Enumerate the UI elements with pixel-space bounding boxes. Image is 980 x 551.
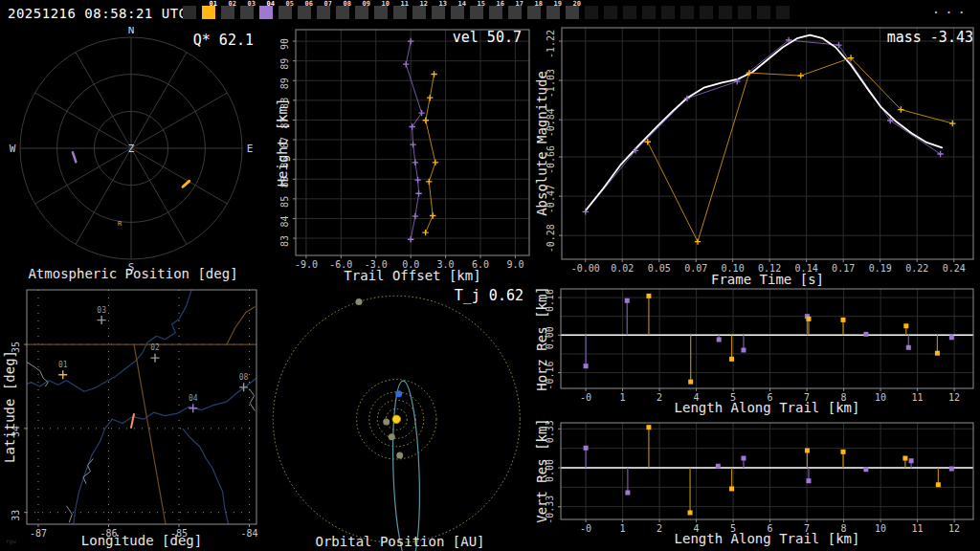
frame-square-label: 15 xyxy=(478,0,485,8)
horz-res-ylabel: Horz Res [km] xyxy=(534,286,549,391)
frame-square-label: 07 xyxy=(324,0,332,8)
frame-square-blank[interactable] xyxy=(700,6,713,19)
frame-square-03[interactable]: 03 xyxy=(240,6,254,19)
frame-square-label: 05 xyxy=(286,0,294,8)
frame-square-09[interactable]: 09 xyxy=(355,6,368,19)
frame-square-01[interactable]: 01 xyxy=(202,6,215,19)
svg-text:90: 90 xyxy=(279,38,290,50)
frame-square-blank[interactable] xyxy=(604,6,617,19)
frame-square-blank[interactable] xyxy=(757,6,770,19)
frame-square-19[interactable]: 19 xyxy=(546,6,560,19)
planet-dot xyxy=(383,419,390,426)
trail-offset-xlabel: Trail Offset [km] xyxy=(296,268,529,283)
magnitude-panel: -0.000.020.050.070.100.120.140.170.190.2… xyxy=(532,27,980,285)
frame-square-label: 14 xyxy=(458,0,466,8)
frame-square-blank[interactable] xyxy=(776,6,790,19)
svg-text:33: 33 xyxy=(11,510,21,521)
frame-square-blank[interactable] xyxy=(661,6,675,19)
frame-square-18[interactable]: 18 xyxy=(527,6,541,19)
tisserand-label: T_j 0.62 xyxy=(455,287,523,304)
frame-square-10[interactable]: 10 xyxy=(374,6,388,19)
frame-square-17[interactable]: 17 xyxy=(508,6,522,19)
earth-dot xyxy=(395,390,402,397)
top-bar: 20251216 08:58:21 UTC 010203040506070809… xyxy=(0,0,980,27)
atmospheric-title: Atmospheric Position [deg] xyxy=(0,266,266,281)
latitude-ylabel: Latitude [deg] xyxy=(2,350,17,463)
svg-text:-1.22: -1.22 xyxy=(546,30,556,58)
frame-square-label: 18 xyxy=(535,0,543,8)
longitude-xlabel: Longitude [deg] xyxy=(27,533,256,548)
frame-square-label: 02 xyxy=(229,0,236,8)
frame-square-04[interactable]: 04 xyxy=(259,6,273,19)
frame-square-06[interactable]: 06 xyxy=(298,6,311,19)
frame-square-13[interactable]: 13 xyxy=(432,6,445,19)
svg-text:Z: Z xyxy=(128,143,135,155)
frame-square-blank[interactable] xyxy=(183,6,196,19)
frame-square-blank[interactable] xyxy=(642,6,656,19)
frame-square-blank[interactable] xyxy=(719,6,732,19)
velocity-label: vel 50.7 xyxy=(453,29,522,46)
trail-length-xlabel-2: Length Along Trail [km] xyxy=(561,531,973,546)
frame-square-blank[interactable] xyxy=(623,6,636,19)
svg-text:E: E xyxy=(247,143,254,155)
overflow-menu[interactable]: ... xyxy=(932,1,970,16)
orbital-position-panel: T_j 0.62 Orbital Position [AU] xyxy=(266,283,534,551)
frame-square-label: 11 xyxy=(401,0,409,8)
frame-square-blank[interactable] xyxy=(680,6,694,19)
sun-dot xyxy=(392,415,400,423)
frame-square-14[interactable]: 14 xyxy=(451,6,464,19)
magnitude-plot: -0.000.020.050.070.100.120.140.170.190.2… xyxy=(532,27,980,285)
vert-res-ylabel: Vert Res [km] xyxy=(534,418,549,523)
frame-square-label: 19 xyxy=(554,0,562,8)
residuals-panel: -012456781011120.160.00-0.16-01245678101… xyxy=(532,283,980,551)
frame-square-label: 06 xyxy=(305,0,313,8)
svg-text:R: R xyxy=(118,220,122,228)
trail-length-xlabel-1: Length Along Trail [km] xyxy=(561,400,973,415)
frame-square-label: 17 xyxy=(516,0,523,8)
frame-square-label: 01 xyxy=(210,0,217,8)
frame-square-label: 09 xyxy=(363,0,370,8)
ground-map-plot: 0102030408-87-86-85-84353433 xyxy=(0,283,266,551)
frame-square-blank[interactable] xyxy=(738,6,751,19)
orbital-position-plot xyxy=(266,283,534,551)
frame-square-blank[interactable] xyxy=(585,6,598,19)
frame-square-20[interactable]: 20 xyxy=(566,6,579,19)
svg-text:N: N xyxy=(128,27,135,36)
frame-indicator-strip: 0102030405060708091011121314151617181920 xyxy=(0,0,980,27)
frame-square-12[interactable]: 12 xyxy=(412,6,426,19)
svg-text:W: W xyxy=(10,143,16,155)
frame-square-label: 13 xyxy=(439,0,447,8)
frame-square-11[interactable]: 11 xyxy=(393,6,407,19)
svg-text:08: 08 xyxy=(239,373,249,382)
svg-text:83: 83 xyxy=(279,235,290,247)
orbital-title: Orbital Position [AU] xyxy=(266,534,534,549)
atmospheric-position-plot: NESWZR xyxy=(0,27,266,285)
frame-square-label: 04 xyxy=(267,0,275,8)
planet-dot xyxy=(389,433,395,440)
svg-text:89: 89 xyxy=(279,58,290,70)
planet-dot xyxy=(356,298,363,305)
frame-square-15[interactable]: 15 xyxy=(470,6,483,19)
frame-square-08[interactable]: 08 xyxy=(336,6,349,19)
frame-square-05[interactable]: 05 xyxy=(278,6,292,19)
svg-text:-0.28: -0.28 xyxy=(546,224,556,253)
svg-text:89: 89 xyxy=(279,77,290,89)
meteoroid-orbit xyxy=(390,381,423,551)
frame-square-label: 03 xyxy=(248,0,256,8)
map-watermark: rgw xyxy=(6,538,16,544)
frame-square-label: 12 xyxy=(420,0,428,8)
svg-text:03: 03 xyxy=(97,306,106,315)
svg-text:01: 01 xyxy=(58,361,68,369)
frame-square-07[interactable]: 07 xyxy=(317,6,330,19)
svg-text:04: 04 xyxy=(189,394,198,403)
frame-square-label: 10 xyxy=(382,0,390,8)
planet-dot xyxy=(396,452,403,459)
frame-square-16[interactable]: 16 xyxy=(489,6,502,19)
svg-text:02: 02 xyxy=(150,343,160,352)
orange-meteor-streak xyxy=(183,181,189,187)
frame-square-label: 20 xyxy=(573,0,581,8)
mass-label: mass -3.43 xyxy=(887,29,973,46)
frame-square-02[interactable]: 02 xyxy=(221,6,234,19)
q-factor-label: Q* 62.1 xyxy=(193,32,254,49)
trail-offset-plot: -9.0-6.0-3.00.03.06.09.09089898887878685… xyxy=(266,27,532,285)
